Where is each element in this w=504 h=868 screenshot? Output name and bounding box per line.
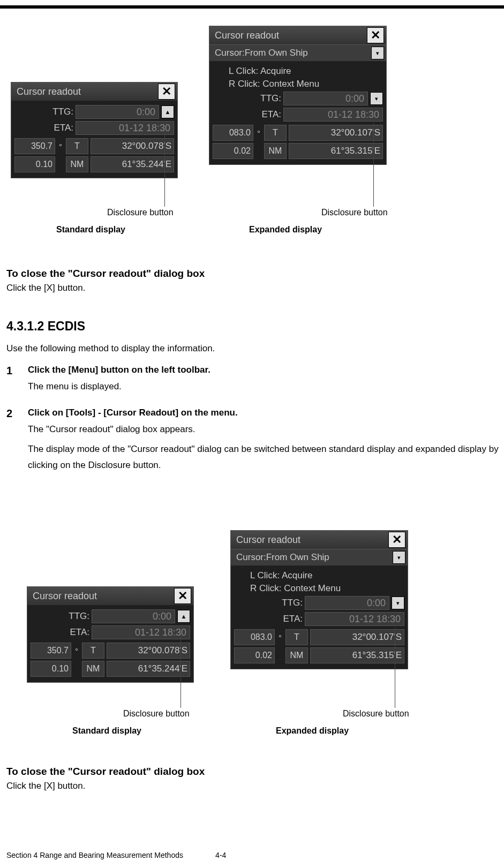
bearing-ref: T [66,138,88,154]
ttg-label: TTG: [31,611,89,622]
lclick-hint: L Click: Acquire [234,569,404,582]
dialog-title: Cursor readout [33,591,97,602]
callout-line [180,628,181,708]
range-unit: NM [82,661,104,677]
standard-display-label: Standard display [56,225,125,235]
latitude-value: 32°00.107'S [310,629,404,645]
step-number: 1 [6,365,19,398]
bearing-value: 350.7 [31,643,71,659]
step-text: The "Cursor readout" dialog box appears. [28,421,499,438]
step-text: The display mode of the "Cursor readout"… [28,441,499,474]
close-heading: To close the "Cursor readout" dialog box [6,766,499,778]
standard-display-label: Standard display [72,726,141,736]
longitude-value: 61°35.315'E [289,143,383,159]
latitude-value: 32°00.107'S [289,125,383,141]
cursor-readout-dialog-standard: Cursor readout ✕ TTG: 0:00 ▲ ETA: 01-12 … [11,82,178,178]
step-title: Click the [Menu] button on the left tool… [28,365,499,375]
range-unit: NM [66,156,88,172]
lclick-hint: L Click: Acquire [213,65,383,78]
degree-symbol: ° [277,629,283,645]
disclosure-caption: Disclosure button [321,208,388,217]
close-button[interactable]: ✕ [158,84,175,100]
ttg-value: 0:00 [305,596,389,610]
footer-section: Section 4 Range and Bearing Measurement … [6,851,183,859]
dialog-title: Cursor readout [215,30,279,41]
range-unit: NM [285,647,308,663]
step-text: The menu is displayed. [28,379,499,395]
expanded-display-label: Expanded display [276,726,349,736]
longitude-value: 61°35.315'E [310,647,404,663]
bearing-ref: T [82,643,104,659]
disclosure-button[interactable]: ▲ [177,610,190,623]
eta-label: ETA: [234,614,303,624]
close-button[interactable]: ✕ [388,532,405,548]
top-rule [0,5,504,9]
degree-symbol: ° [255,125,262,141]
eta-label: ETA: [31,627,89,638]
ttg-value: 0:00 [92,609,175,623]
dropdown-arrow-icon[interactable]: ▾ [371,47,384,59]
callout-line [395,628,395,708]
close-body: Click the [X] button. [6,780,499,792]
cursor-readout-dialog-standard: Cursor readout ✕ TTG: 0:00 ▲ ETA: 01-12 … [27,586,194,683]
range-value: 0.10 [14,156,55,172]
bearing-value: 350.7 [14,138,55,154]
disclosure-caption: Disclosure button [107,208,174,217]
eta-value: 01-12 18:30 [283,108,383,122]
dialog-title: Cursor readout [17,86,81,97]
range-value: 0.02 [213,143,253,159]
step-title: Click on [Tools] - [Cursor Readout] on t… [28,407,499,418]
page-footer: Section 4 Range and Bearing Measurement … [6,851,226,859]
longitude-value: 61°35.244'E [91,156,174,172]
bearing-ref: T [264,125,287,141]
dropdown-arrow-icon[interactable]: ▾ [393,551,405,564]
step-1: 1 Click the [Menu] button on the left to… [6,365,499,398]
close-button[interactable]: ✕ [174,588,191,604]
eta-label: ETA: [213,109,281,120]
mode-dropdown-text: Cursor:From Own Ship [212,48,371,58]
longitude-value: 61°35.244'E [107,661,190,677]
ttg-value: 0:00 [283,92,368,105]
callout-line [164,123,165,207]
ttg-value: 0:00 [76,105,159,119]
bearing-value: 083.0 [213,125,253,141]
step-number: 2 [6,407,19,477]
ttg-label: TTG: [234,598,303,608]
range-value: 0.02 [234,647,275,663]
bearing-value: 083.0 [234,629,275,645]
eta-value: 01-12 18:30 [92,625,190,639]
disclosure-caption: Disclosure button [123,709,190,719]
degree-symbol: ° [57,138,64,154]
cursor-readout-dialog-expanded: Cursor readout ✕ Cursor:From Own Ship ▾ … [230,530,408,669]
rclick-hint: R Click: Context Menu [234,582,404,595]
degree-symbol: ° [73,643,80,659]
ttg-label: TTG: [14,107,73,117]
bearing-ref: T [285,629,308,645]
close-button[interactable]: ✕ [367,27,384,43]
footer-page: 4-4 [215,851,226,859]
section-heading: 4.3.1.2 ECDIS [6,319,499,334]
eta-label: ETA: [14,123,73,133]
close-heading: To close the "Cursor readout" dialog box [6,268,499,280]
expanded-display-label: Expanded display [249,225,322,235]
callout-line [373,123,374,207]
cursor-readout-dialog-expanded: Cursor readout ✕ Cursor:From Own Ship ▾ … [209,26,387,165]
eta-value: 01-12 18:30 [305,612,404,626]
range-unit: NM [264,143,287,159]
range-value: 0.10 [31,661,71,677]
ttg-label: TTG: [213,93,281,104]
disclosure-button[interactable]: ▾ [370,92,383,105]
section-intro: Use the following method to display the … [6,342,499,355]
eta-value: 01-12 18:30 [76,121,174,135]
dialog-title: Cursor readout [236,534,300,546]
step-2: 2 Click on [Tools] - [Cursor Readout] on… [6,407,499,477]
mode-dropdown-text: Cursor:From Own Ship [233,552,393,563]
close-body: Click the [X] button. [6,282,499,295]
latitude-value: 32°00.078'S [91,138,174,154]
latitude-value: 32°00.078'S [107,643,190,659]
disclosure-caption: Disclosure button [343,709,409,719]
disclosure-button[interactable]: ▾ [392,597,404,609]
disclosure-button[interactable]: ▲ [161,105,174,118]
rclick-hint: R Click: Context Menu [213,78,383,90]
